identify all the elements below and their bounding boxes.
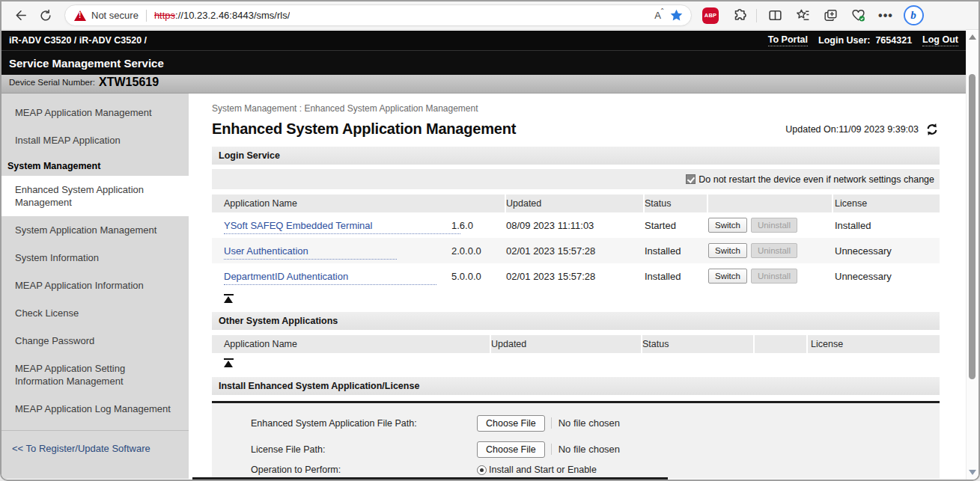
device-header-bar: iR-ADV C3520 / iR-ADV C3520 / To Portal … xyxy=(1,31,966,50)
main-content: System Management : Enhanced System Appl… xyxy=(189,94,966,479)
switch-button[interactable]: Switch xyxy=(708,243,747,258)
app-license: Installed xyxy=(833,220,940,231)
favorites-hub-button[interactable] xyxy=(791,4,814,27)
uninstall-button[interactable]: Uninstall xyxy=(751,269,797,284)
app-link-ysoft-safeq[interactable]: YSoft SAFEQ Embedded Terminal xyxy=(224,220,460,234)
switch-button[interactable]: Switch xyxy=(708,269,747,284)
switch-button[interactable]: Switch xyxy=(708,218,747,233)
sidebar-item-meap-application-log-management[interactable]: MEAP Application Log Management xyxy=(1,395,189,423)
back-to-top-icon[interactable] xyxy=(224,294,234,303)
sms-page: iR-ADV C3520 / iR-ADV C3520 / To Portal … xyxy=(1,31,966,480)
back-button[interactable] xyxy=(7,4,33,27)
browser-essentials-button[interactable] xyxy=(847,4,869,27)
favorite-star-icon[interactable] xyxy=(669,8,684,22)
reload-button[interactable] xyxy=(33,4,58,27)
serial-bar: Device Serial Number: XTW15619 xyxy=(1,75,966,94)
col-application-name: Application Name xyxy=(212,335,491,353)
col-updated: Updated xyxy=(506,194,645,212)
other-apps-heading: Other System Applications xyxy=(212,312,940,330)
sidebar-item-meap-application-information[interactable]: MEAP Application Information xyxy=(1,272,189,299)
app-version: 5.0.0.0 xyxy=(451,271,506,282)
app-updated: 08/09 2023 11:11:03 xyxy=(506,220,645,231)
split-screen-button[interactable] xyxy=(764,4,786,27)
device-path: iR-ADV C3520 / iR-ADV C3520 / xyxy=(9,35,147,46)
app-updated: 02/01 2023 15:57:28 xyxy=(506,245,645,257)
app-updated: 02/01 2023 15:57:28 xyxy=(506,271,645,282)
settings-more-button[interactable]: ••• xyxy=(874,4,897,27)
extensions-button[interactable] xyxy=(727,4,749,27)
app-link-departmentid-authentication[interactable]: DepartmentID Authentication xyxy=(224,271,436,285)
toolbar-extensions-area: ABP xyxy=(699,4,925,27)
puzzle-icon xyxy=(731,7,746,23)
sidebar-section-system-management: System Management xyxy=(1,154,189,176)
collections-icon xyxy=(823,7,839,23)
not-secure-label[interactable]: Not secure xyxy=(91,10,139,21)
license-file-status: No file chosen xyxy=(551,444,620,455)
app-link-user-authentication[interactable]: User Authentication xyxy=(224,245,397,260)
col-status: Status xyxy=(642,335,755,353)
page-refresh-icon[interactable] xyxy=(925,123,940,136)
scrollbar-down-arrow-icon[interactable] xyxy=(969,470,976,475)
register-update-software-link[interactable]: << To Register/Update Software xyxy=(1,431,189,462)
uninstall-button[interactable]: Uninstall xyxy=(751,218,797,233)
more-options-icon: ••• xyxy=(878,9,893,22)
col-status: Status xyxy=(645,194,708,212)
url-scheme: https xyxy=(154,10,175,21)
not-secure-warning-icon[interactable] xyxy=(74,10,86,21)
radio-install-and-start-label: Install and Start or Enable xyxy=(489,465,597,475)
other-apps-table-header: Application Name Updated Status License xyxy=(212,335,940,353)
serial-label: Device Serial Number: xyxy=(9,78,95,90)
address-bar[interactable]: Not secure https://10.23.2.46:8443/sms/r… xyxy=(64,4,692,26)
adblock-extension-button[interactable]: ABP xyxy=(699,4,722,27)
back-icon xyxy=(13,8,28,22)
sidebar-item-install-meap-application[interactable]: Install MEAP Application xyxy=(1,126,189,154)
table-row: DepartmentID Authentication 5.0.0.0 02/0… xyxy=(212,263,940,289)
license-choose-file-button[interactable]: Choose File xyxy=(477,441,545,458)
scrollbar-thumb[interactable] xyxy=(969,74,976,379)
copilot-button[interactable]: b xyxy=(902,4,925,27)
sidebar-item-change-password[interactable]: Change Password xyxy=(1,327,189,355)
sidebar-item-enhanced-system-application-management[interactable]: Enhanced System Application Management xyxy=(1,176,189,216)
login-service-heading: Login Service xyxy=(212,147,940,165)
toolbar-divider xyxy=(756,9,757,22)
no-restart-label: Do not restart the device even if networ… xyxy=(699,174,934,185)
col-actions xyxy=(708,194,833,212)
address-divider xyxy=(146,10,147,22)
service-title-bar: Service Management Service xyxy=(1,50,966,75)
esa-choose-file-button[interactable]: Choose File xyxy=(477,415,545,432)
col-application-name: Application Name xyxy=(212,194,506,212)
reload-icon xyxy=(39,9,52,22)
favorites-hub-icon xyxy=(795,7,811,23)
sidebar: MEAP Application Management Install MEAP… xyxy=(1,94,189,479)
app-license: Unnecessary xyxy=(833,245,940,257)
back-to-top-icon[interactable] xyxy=(224,358,234,367)
copilot-icon: b xyxy=(904,5,924,25)
uninstall-button[interactable]: Uninstall xyxy=(751,243,797,258)
to-portal-link[interactable]: To Portal xyxy=(768,34,808,46)
radio-install-and-start[interactable] xyxy=(477,465,487,475)
app-version: 1.6.0 xyxy=(451,220,506,231)
read-aloud-icon[interactable]: A⌃ xyxy=(654,10,665,21)
sidebar-item-check-license[interactable]: Check License xyxy=(1,299,189,327)
col-updated: Updated xyxy=(491,335,642,353)
login-service-table-header: Application Name Updated Status License xyxy=(212,194,940,212)
browser-toolbar: Not secure https://10.23.2.46:8443/sms/r… xyxy=(1,1,979,30)
page-scrollbar[interactable] xyxy=(966,31,979,480)
breadcrumb: System Management : Enhanced System Appl… xyxy=(212,103,940,114)
split-screen-icon xyxy=(767,7,783,23)
url-text[interactable]: https://10.23.2.46:8443/sms/rls/ xyxy=(154,10,290,21)
collections-button[interactable] xyxy=(819,4,841,27)
logout-link[interactable]: Log Out xyxy=(922,34,958,46)
sidebar-item-system-information[interactable]: System Information xyxy=(1,244,189,272)
sidebar-item-system-application-management[interactable]: System Application Management xyxy=(1,216,189,244)
no-restart-checkbox[interactable] xyxy=(686,174,696,184)
serial-value: XTW15619 xyxy=(99,76,159,89)
app-status: Started xyxy=(645,220,708,231)
sidebar-item-meap-application-management[interactable]: MEAP Application Management xyxy=(1,99,189,126)
install-form-panel: Enhanced System Application File Path: C… xyxy=(212,401,940,479)
col-license: License xyxy=(808,335,940,353)
scrollbar-up-arrow-icon[interactable] xyxy=(969,34,976,40)
col-license: License xyxy=(833,194,940,212)
sidebar-item-meap-application-setting-information-management[interactable]: MEAP Application Setting Information Man… xyxy=(1,355,189,395)
esa-file-path-label: Enhanced System Application File Path: xyxy=(251,418,477,429)
